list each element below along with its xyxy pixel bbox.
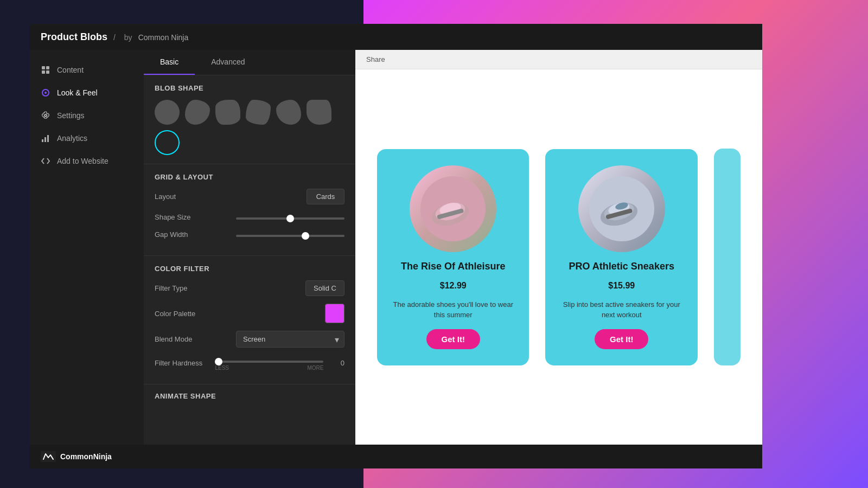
filter-hardness-slider-container [215, 355, 323, 365]
sidebar-item-add-to-website[interactable]: Add to Website [30, 150, 144, 172]
sidebar-item-analytics[interactable]: Analytics [30, 127, 144, 150]
sidebar-item-label: Look & Feel [57, 88, 98, 97]
grid-layout-title: Grid & Layout [155, 173, 344, 181]
blend-mode-select-wrapper: Screen Normal Multiply Overlay [236, 331, 344, 348]
product-image-1 [410, 165, 496, 252]
color-palette-row: Color Palette [155, 304, 344, 323]
animate-section: Animate Shape [144, 384, 355, 415]
sidebar-item-label: Analytics [57, 134, 87, 143]
preview-area: Share The Rise Of Athleisure [355, 50, 762, 445]
blob-shape-4[interactable] [246, 100, 271, 125]
shape-size-slider-container [236, 212, 344, 222]
svg-rect-3 [46, 70, 49, 74]
shape-size-slider[interactable] [236, 217, 344, 220]
blob-shape-outline[interactable] [155, 130, 180, 155]
product-title-2: PRO Athletic Sneakers [569, 261, 674, 272]
product-btn-1[interactable]: Get It! [426, 329, 480, 349]
blend-mode-select[interactable]: Screen Normal Multiply Overlay [236, 331, 344, 348]
svg-rect-8 [47, 135, 49, 142]
app-container: Product Blobs / by Common Ninja Content [30, 24, 762, 468]
grid-layout-section: Grid & Layout Layout Cards Shape Size Ga… [144, 164, 355, 256]
sidebar-item-content[interactable]: Content [30, 59, 144, 81]
top-bar: Product Blobs / by Common Ninja [30, 24, 762, 50]
filter-type-label: Filter Type [155, 284, 187, 292]
blob-shape-title: Blob Shape [155, 84, 344, 92]
share-button[interactable]: Share [366, 55, 385, 63]
shape-size-row: Shape Size [155, 212, 344, 222]
blob-shape-1[interactable] [155, 100, 180, 125]
svg-rect-7 [44, 137, 46, 142]
gap-width-slider[interactable] [236, 235, 344, 237]
preview-header: Share [355, 50, 762, 69]
layout-row: Layout Cards [155, 189, 344, 204]
sidebar-item-label: Settings [57, 111, 85, 120]
hardness-labels: LESS MORE [215, 365, 323, 371]
layout-label: Layout [155, 192, 176, 201]
color-filter-title: Color Filter [155, 265, 344, 273]
palette-icon [41, 88, 50, 98]
logo-icon [41, 451, 56, 462]
blob-shape-3[interactable] [215, 100, 240, 125]
product-card-1: The Rise Of Athleisure $12.99 The adorab… [377, 149, 529, 365]
brand-name: CommonNinja [60, 452, 112, 461]
color-palette-swatch[interactable] [325, 304, 344, 323]
sidebar-item-look-feel[interactable]: Look & Feel [30, 81, 144, 104]
product-card-partial [714, 149, 741, 365]
product-price-2: $15.99 [608, 281, 635, 291]
blob-shapes-grid [155, 100, 344, 155]
filter-hardness-slider[interactable] [215, 361, 323, 363]
gap-width-slider-container [236, 229, 344, 239]
product-price-1: $12.99 [440, 281, 467, 291]
color-filter-section: Color Filter Filter Type Solid C Color P… [144, 256, 355, 384]
blob-shape-section: Blob Shape [144, 75, 355, 164]
preview-content: The Rise Of Athleisure $12.99 The adorab… [355, 69, 762, 445]
svg-rect-0 [42, 66, 45, 69]
blob-shape-5[interactable] [276, 100, 301, 125]
tab-advanced[interactable]: Advanced [195, 50, 261, 75]
tab-basic[interactable]: Basic [144, 50, 195, 75]
main-content: Content Look & Feel Sett [30, 50, 762, 445]
blend-mode-label: Blend Mode [155, 335, 192, 343]
svg-point-5 [44, 92, 47, 94]
color-palette-label: Color Palette [155, 310, 195, 318]
svg-rect-2 [42, 70, 45, 74]
bottom-bar: CommonNinja [30, 445, 762, 468]
sidebar-item-settings[interactable]: Settings [30, 104, 144, 127]
product-card-2: PRO Athletic Sneakers $15.99 Slip into b… [545, 149, 697, 365]
shape-size-label: Shape Size [155, 213, 191, 221]
product-image-2 [578, 165, 665, 252]
svg-rect-1 [46, 66, 49, 69]
layout-value[interactable]: Cards [307, 189, 344, 204]
gap-width-row: Gap Width [155, 229, 344, 239]
filter-hardness-value: 0 [341, 359, 344, 367]
filter-hardness-row: Filter Hardness LESS MORE 0 [155, 355, 344, 371]
blob-shape-2[interactable] [185, 100, 210, 125]
panel-tabs: Basic Advanced [144, 50, 355, 75]
sidebar: Content Look & Feel Sett [30, 50, 144, 445]
app-title: Product Blobs / by Common Ninja [41, 31, 188, 43]
gap-width-label: Gap Width [155, 230, 188, 239]
blend-mode-row: Blend Mode Screen Normal Multiply Overla… [155, 331, 344, 348]
settings-panel: Basic Advanced Blob Shape [144, 50, 355, 445]
svg-rect-6 [42, 139, 43, 142]
filter-type-value[interactable]: Solid C [305, 280, 344, 296]
product-desc-2: Slip into best active sneakers for your … [558, 299, 684, 320]
code-icon [41, 156, 50, 166]
hardness-slider-group: LESS MORE [215, 355, 323, 371]
gear-icon [41, 111, 50, 120]
product-btn-2[interactable]: Get It! [595, 329, 648, 349]
filter-type-row: Filter Type Solid C [155, 280, 344, 296]
blob-shape-6[interactable] [307, 100, 331, 125]
sidebar-item-label: Add to Website [57, 157, 108, 165]
bottom-logo: CommonNinja [41, 451, 112, 462]
product-desc-1: The adorable shoes you'll love to wear t… [390, 299, 516, 320]
grid-icon [41, 65, 50, 75]
sidebar-item-label: Content [57, 66, 84, 74]
chart-icon [41, 133, 50, 143]
filter-hardness-label: Filter Hardness [155, 359, 202, 367]
animate-title: Animate Shape [155, 392, 344, 400]
product-title-1: The Rise Of Athleisure [401, 261, 505, 272]
